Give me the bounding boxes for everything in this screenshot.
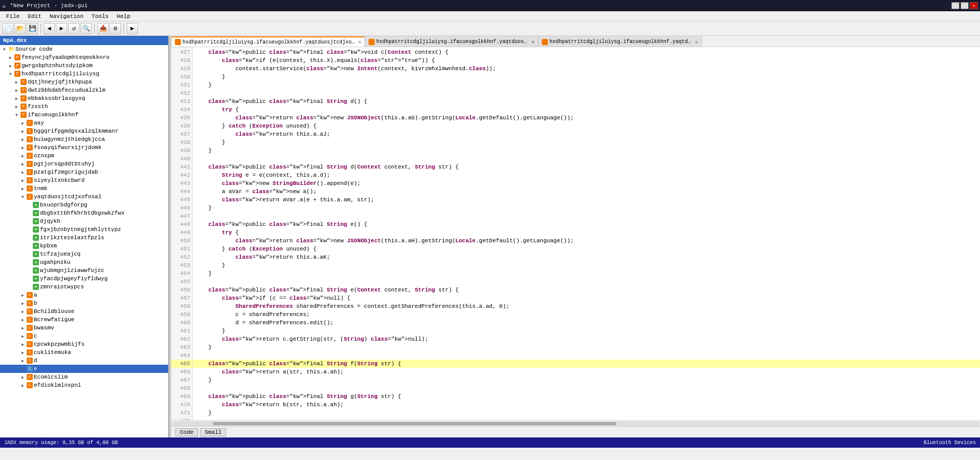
maximize-button[interactable]: □ [961,2,969,9]
tree-item-yfac[interactable]: m yfacdpjwgeyfiyfldwyg [0,275,168,283]
tree-item-pzat[interactable]: ▶ C pzatgifzmgcrigujdab [0,168,168,176]
menu-tools[interactable]: Tools [88,12,113,20]
line-number: 445 [171,196,192,204]
code-line: } catch (Exception unused) { [193,122,980,130]
tree-label: d [34,358,37,364]
back-button[interactable]: ◀ [44,23,55,34]
close-button[interactable]: ✕ [970,2,978,9]
tree-item-cukl[interactable]: ▶ C cuklitemuka [0,348,168,357]
tree-item-ecom[interactable]: ▶ C Ecomicslim [0,373,168,381]
tab-2[interactable]: hxdhpatrritcdgljiluiysg.ifacueugolkkhnf.… [538,36,702,47]
tree-item-kpbx[interactable]: m kpbxm [0,242,168,250]
export-button[interactable]: 📤 [97,23,109,34]
tab-0[interactable]: hxdhpatrritcdgljiluiysg.ifacueugolkkhnf.… [171,36,365,47]
save-button[interactable]: 💾 [27,23,38,34]
line-number: 471 [171,409,192,417]
tree-item-bchi[interactable]: ▶ C Bchildblouse [0,307,168,316]
tree-item-bggq[interactable]: ▶ C bggqrifpgmdgxxalzqlkmmanr [0,127,168,135]
tree-item-feeync[interactable]: ▶ P feeyncjqfyaabqmhteqeokknro [0,53,168,61]
tree-item-wjub[interactable]: m wjubmgnjlziawwfujzc [0,266,168,275]
tree-item-dwtz[interactable]: ▶ P dwtzbbbdabfeccudualzklm [0,86,168,94]
code-line: class="kw">public class="kw">final Strin… [193,286,980,294]
tree-item-ugah[interactable]: m ugahpnzku [0,258,168,266]
code-line: class="kw">if (c == class="kw">null) { [193,294,980,302]
tree-item-buiw[interactable]: ▶ C buiwgynmzjthiedgkjcca [0,135,168,143]
forward-button[interactable]: ▶ [56,23,67,34]
tree-item-ebba[interactable]: ▶ P ebbaksssbrlasgyxq [0,94,168,102]
tree-item-fzxs[interactable]: ▶ P fzxsth [0,102,168,111]
h-scrollbar-thumb[interactable] [213,422,616,425]
tree-item-dbgb[interactable]: m dbgbxttbhfkhrbtdbgxwkzfwx [0,209,168,217]
code-line: String e = e(context, this.a.d); [193,171,980,179]
settings-button[interactable]: ⚙ [110,23,121,34]
line-number: 470 [171,401,192,409]
tree-item-c[interactable]: ▶ C c [0,332,168,340]
menu-help[interactable]: Help [113,12,134,20]
tree-item-bsuo[interactable]: m bsuoprbdgforpg [0,201,168,209]
tree-label: fzxsth [28,103,48,110]
source-code-header[interactable]: ▼ 📁 Source code [0,45,168,53]
menu-edit[interactable]: Edit [24,12,45,20]
tree-item-e[interactable]: ▶ C e [0,365,168,373]
tree-item-bwas[interactable]: ▶ C bwasmv [0,324,168,332]
code-line: class="kw">return class="kw">new JSONObj… [193,114,980,122]
line-number: 454 [171,269,192,278]
tree-label: siyeyltxnkcbwrd [34,177,85,183]
tree-item-fsoa[interactable]: ▶ C fsoayqifwurxijrjdomk [0,143,168,152]
run-button[interactable]: ▶ [127,23,138,34]
tree-item-aay[interactable]: ▶ C aay [0,119,168,127]
line-number: 430 [171,73,192,81]
tree-item-b[interactable]: ▶ C b [0,299,168,307]
source-code-label: Source code [15,46,53,52]
minimize-button[interactable]: ─ [951,2,959,9]
tree-item-zmnr[interactable]: m zmnraiotwypcs [0,283,168,291]
tree-item-djqy[interactable]: m djqykh [0,217,168,225]
line-number: 457 [171,294,192,302]
tree-item-d[interactable]: ▶ C d [0,357,168,365]
code-content[interactable]: class="kw">public class="kw">final class… [193,47,980,420]
line-number: 455 [171,278,192,286]
tree-item-itrl[interactable]: m itrlkztezelaxtfpzls [0,234,168,242]
menu-navigation[interactable]: Navigation [46,12,88,20]
tree-label: bsuoprbdgforpg [40,202,87,208]
tree-item-siye[interactable]: ▶ C siyeyltxnkcbwrd [0,176,168,184]
tree-item-gwrgx[interactable]: ▶ P gwrgxbphznhutsdyipkom [0,61,168,70]
tree-label: kpbxm [40,243,57,249]
h-scrollbar-track[interactable] [172,422,979,426]
tree-item-tnmk[interactable]: ▶ C tnmk [0,184,168,193]
line-number: 432 [171,89,192,97]
tree-item-ifac[interactable]: ▼ P ifacueugolkkhnf [0,111,168,119]
find-button[interactable]: 🔍 [80,23,92,34]
code-line: } [193,73,980,81]
tree-item-yaqt[interactable]: ▼ C yaqtduosjtcdjxofosal [0,193,168,201]
tree-item-bcrew[interactable]: ▶ C Bcrewfatigue [0,316,168,324]
tab-label-2: hxdhpatrritcdgljiluiysg.ifacueugolkkhnf.… [549,39,693,45]
tree-item-hxdhp[interactable]: ▼ P hxdhpatrritcdgljiluiysg [0,70,168,78]
refresh-button[interactable]: ↺ [68,23,79,34]
tab-1[interactable]: hxdhpatrritcdgljiluiysg.ifacueugolkkhnf.… [365,36,538,47]
menu-file[interactable]: File [2,12,24,20]
code-line: context.startService(class="kw">new Inte… [193,65,980,73]
tree-item-pgtj[interactable]: ▶ C pgtjorsqpddtbtuhyj [0,160,168,168]
code-line: } [193,343,980,351]
line-number: 459 [171,310,192,319]
tree-item-tcfz[interactable]: m tcfzajueajcq [0,250,168,258]
tree-item-a[interactable]: ▶ C a [0,291,168,299]
tree-item-efdi[interactable]: ▶ C efdioklmlnxpnl [0,381,168,389]
tab-small[interactable]: Small [200,428,226,436]
tree-item-dqtj[interactable]: ▶ P dqtjhneyjqfjtkhpupa [0,78,168,86]
tab-code[interactable]: Code [175,428,198,436]
h-scrollbar[interactable] [171,420,980,426]
code-line: } [193,376,980,384]
tree-label: zmnraiotwypcs [40,284,84,290]
tree-label: aay [34,120,44,126]
tab-close-0[interactable]: ✕ [358,39,361,45]
tree-item-cpcp[interactable]: ▶ C cpcwkpzpwmbijfs [0,340,168,348]
open-button[interactable]: 📂 [14,23,26,34]
new-button[interactable]: 📄 [2,23,13,34]
tab-close-1[interactable]: ✕ [532,39,535,45]
line-number: 431 [171,81,192,89]
line-number: 469 [171,392,192,401]
tree-item-fgxj[interactable]: m fgxjbznbytnegjtmhlyttypz [0,225,168,234]
tree-item-oznx[interactable]: ▶ C oznxpm [0,152,168,160]
